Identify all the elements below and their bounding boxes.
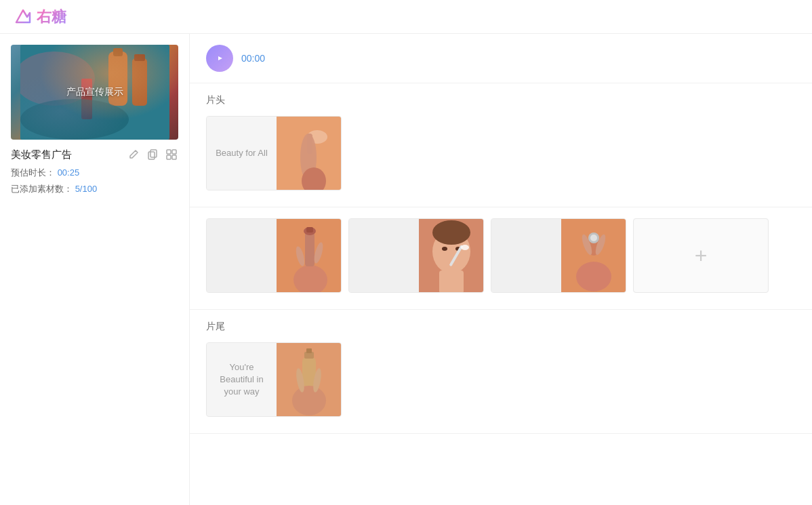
intro-image	[277, 117, 341, 190]
svg-rect-10	[150, 150, 157, 157]
intro-text-card[interactable]: Beauty for All	[206, 116, 342, 190]
middle-cards: +	[206, 218, 796, 293]
svg-marker-0	[16, 10, 30, 22]
plus-icon: +	[695, 245, 708, 266]
duration-row: 预估时长： 00:25	[11, 167, 178, 179]
project-name-row: 美妆零售广告	[11, 148, 178, 161]
svg-rect-12	[167, 150, 171, 154]
outro-section: 片尾 You're Beautiful in your way	[190, 310, 812, 434]
middle-card-1-bg	[207, 219, 277, 292]
intro-section: 片头 Beauty for All	[190, 83, 812, 207]
edit-icon[interactable]	[127, 148, 140, 161]
add-card-button[interactable]: +	[633, 218, 769, 293]
intro-text: Beauty for All	[207, 117, 277, 190]
preview-image: 产品宣传展示	[11, 45, 178, 140]
svg-point-38	[576, 262, 611, 291]
intro-cards: Beauty for All	[206, 116, 796, 190]
preview-label: 产品宣传展示	[66, 86, 123, 98]
duration-label: 预估时长：	[11, 167, 55, 178]
music-bar: 00:00	[190, 34, 812, 83]
assets-row: 已添加素材数： 5/100	[11, 183, 178, 195]
svg-rect-26	[306, 227, 313, 233]
copy-icon[interactable]	[146, 148, 159, 161]
outro-cards: You're Beautiful in your way	[206, 342, 796, 417]
outro-image	[277, 343, 341, 416]
project-name: 美妆零售广告	[11, 148, 121, 161]
content-area: 00:00 片头 Beauty for All	[190, 34, 812, 505]
main-layout: 产品宣传展示 美妆零售广告	[0, 34, 812, 505]
middle-card-1-img	[277, 219, 341, 292]
svg-point-31	[432, 220, 470, 245]
svg-rect-14	[167, 155, 171, 159]
outro-title: 片尾	[206, 321, 796, 333]
header: 右糖	[0, 0, 812, 34]
middle-card-1[interactable]	[206, 218, 342, 293]
time-display: 00:00	[241, 53, 265, 64]
middle-card-2-bg	[349, 219, 419, 292]
middle-card-3[interactable]	[491, 218, 626, 293]
svg-rect-11	[148, 152, 155, 159]
middle-card-2-img	[419, 219, 483, 292]
logo-label: 右糖	[37, 7, 66, 27]
svg-rect-15	[172, 155, 176, 159]
svg-rect-13	[172, 150, 176, 154]
outro-text-card[interactable]: You're Beautiful in your way	[206, 342, 342, 417]
svg-point-35	[461, 245, 469, 250]
middle-card-3-bg	[491, 219, 561, 292]
middle-section: +	[190, 207, 812, 310]
music-icon[interactable]	[206, 45, 233, 72]
svg-point-43	[590, 235, 597, 241]
svg-point-48	[292, 386, 326, 416]
middle-card-2[interactable]	[348, 218, 484, 293]
logo-icon	[14, 7, 33, 26]
intro-title: 片头	[206, 94, 796, 106]
svg-rect-36	[439, 270, 464, 292]
svg-point-32	[442, 247, 447, 251]
middle-card-3-img	[561, 219, 626, 292]
grid-icon[interactable]	[165, 148, 178, 161]
svg-rect-47	[306, 348, 312, 353]
assets-count: 5/100	[75, 184, 98, 194]
svg-rect-24	[305, 233, 314, 266]
assets-label: 已添加素材数：	[11, 184, 73, 194]
sidebar: 产品宣传展示 美妆零售广告	[0, 34, 190, 505]
outro-text: You're Beautiful in your way	[207, 343, 277, 416]
duration-value: 00:25	[58, 167, 80, 178]
